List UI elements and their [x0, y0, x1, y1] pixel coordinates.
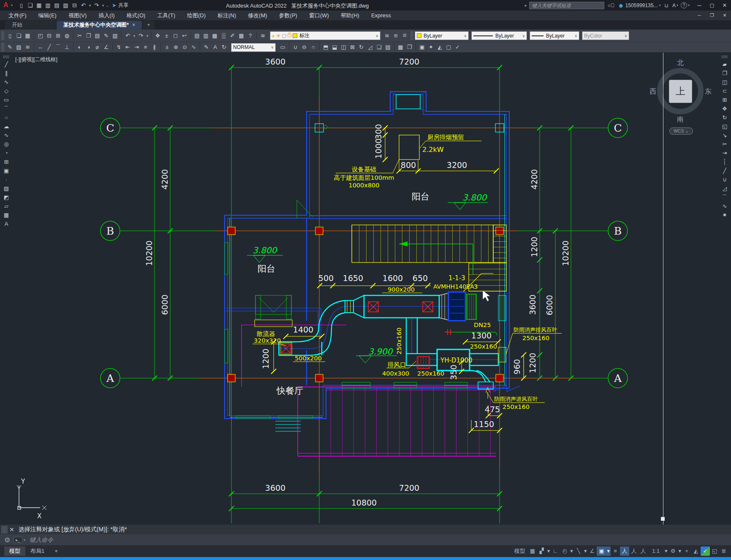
plot-preview-icon[interactable]: ◰ — [36, 31, 45, 41]
toolbar-grip[interactable] — [1, 32, 4, 40]
tab-new-button[interactable]: + — [143, 21, 154, 30]
tab-drawing[interactable]: 某技术服务中心中央空调图*× — [57, 21, 142, 30]
tool-palettes-icon[interactable]: ▩ — [210, 31, 219, 41]
model-tab[interactable]: 模型 — [4, 546, 25, 556]
solid-intersect-icon[interactable]: ∩ — [309, 43, 318, 52]
layer-caret-icon[interactable]: ∨ — [373, 34, 378, 38]
layout1-tab[interactable]: 布局1 — [25, 546, 49, 556]
layer-freeze-vp-icon[interactable]: ▢ — [282, 33, 286, 38]
dim-text-edit-icon[interactable]: A — [211, 43, 220, 52]
clean-screen-icon[interactable]: ◱ — [710, 546, 719, 556]
dim-continue-icon[interactable]: ⇥ — [132, 43, 141, 52]
account-name[interactable]: 1505999135... — [625, 3, 658, 8]
dim-style-control-icon[interactable]: ▭ — [278, 43, 287, 52]
ortho-mode-icon[interactable]: ∟ — [551, 546, 560, 556]
annotation-flyout-icon[interactable]: 人 — [639, 546, 648, 556]
match-properties-icon[interactable]: ✎ — [102, 31, 111, 41]
dim-update-icon[interactable]: ↻ — [220, 43, 228, 52]
save-file-icon[interactable]: ▦ — [23, 31, 32, 41]
drawing-canvas[interactable]: [-][俯视][二维线框] ╱∥∿◇▭⌒○☁∿◎◔⊞▣∙▨◩▱▦A ▰❐◫⊂⊞✥… — [0, 53, 731, 525]
menu-file[interactable]: 文件(F) — [3, 11, 33, 20]
annotation-visibility-icon[interactable]: 人 — [620, 546, 629, 556]
autodesk-app-icon[interactable]: A — [672, 3, 676, 8]
cad-drawing[interactable]: C B A C B A — [0, 53, 731, 525]
menu-dimension[interactable]: 标注(N) — [212, 11, 242, 20]
account-caret-icon[interactable]: ▾ — [659, 3, 661, 7]
undo-caret-icon[interactable]: ▾ — [132, 31, 136, 41]
toolbar-grip[interactable] — [410, 32, 413, 40]
dim-edit-icon[interactable]: ✎ — [202, 43, 211, 52]
share-icon[interactable]: ➤ — [112, 2, 117, 8]
annotation-scale-icon[interactable]: 1:1 — [648, 546, 664, 556]
text-style-icon[interactable]: ▨ — [14, 43, 23, 52]
layer-states-icon[interactable]: ≋ — [23, 43, 32, 52]
layer-on-icon[interactable]: ● — [272, 33, 275, 38]
workspace-settings-caret-icon[interactable]: ▾ — [677, 546, 682, 556]
sheet-set-manager-icon[interactable]: ▒ — [219, 31, 228, 41]
dim-baseline-icon[interactable]: ⇤ — [123, 43, 132, 52]
menu-view[interactable]: 视图(V) — [63, 11, 92, 20]
menu-edit[interactable]: 编辑(E) — [33, 11, 63, 20]
polar-tracking-icon[interactable]: ◴ — [560, 546, 569, 556]
menu-format[interactable]: 格式(O) — [121, 11, 152, 20]
search-collapse-icon[interactable]: ▸ — [525, 3, 527, 8]
isometric-drafting-caret-icon[interactable]: ▾ — [583, 546, 588, 556]
clean-icon[interactable]: ✦ — [427, 43, 435, 52]
help-icon[interactable]: ? — [681, 2, 687, 8]
zoom-realtime-icon[interactable]: ± — [162, 31, 171, 41]
pan-realtime-icon[interactable]: ✥ — [153, 31, 162, 41]
undo-icon[interactable]: ↶ — [123, 31, 132, 41]
close-button[interactable]: ✕ — [718, 2, 731, 8]
layer-make-current-icon[interactable]: ≋ — [383, 31, 391, 41]
solid-union-icon[interactable]: ∪ — [291, 43, 300, 52]
3d-dwf-icon[interactable]: ◍ — [63, 31, 71, 41]
copy-clipboard-icon[interactable]: ❐ — [84, 31, 93, 41]
command-grip[interactable] — [2, 526, 8, 533]
polar-tracking-caret-icon[interactable]: ▾ — [569, 546, 574, 556]
zoom-window-icon[interactable]: ◻ — [171, 31, 180, 41]
save-as-icon[interactable]: ▥ — [43, 1, 52, 10]
grid-display-icon[interactable]: ▦ — [528, 546, 537, 556]
center-mark-icon[interactable]: ⊕ — [171, 43, 180, 52]
divider-handle[interactable] — [661, 517, 665, 521]
layer-match-icon[interactable]: ≌ — [391, 31, 400, 41]
model-space-toggle-icon[interactable]: 模型 — [512, 546, 528, 556]
properties-palette-icon[interactable]: ▤ — [193, 31, 201, 41]
tolerance-icon[interactable]: ± — [163, 43, 171, 52]
zoom-previous-icon[interactable]: ↩ — [180, 31, 189, 41]
doc-minimize-button[interactable]: ─ — [693, 13, 706, 18]
menu-help[interactable]: 帮助(H) — [335, 11, 365, 20]
menu-modify[interactable]: 修改(M) — [242, 11, 273, 20]
search-input[interactable]: 键入关键字或短语 — [529, 2, 604, 9]
color-caret-icon[interactable]: ∨ — [462, 34, 467, 38]
dimstyle-control-dropdown[interactable]: NORMAL ∨ — [231, 43, 276, 52]
dim-space-icon[interactable]: ≡ — [141, 43, 150, 52]
dim-linear-icon[interactable]: ↔ — [36, 43, 45, 52]
app-store-cart-icon[interactable]: ⊔ — [665, 3, 668, 8]
object-snap-caret-icon[interactable]: ▾ — [606, 546, 611, 556]
redo-icon[interactable]: ↷ — [92, 1, 101, 10]
doc-close-button[interactable]: ✕ — [718, 13, 731, 18]
dim-inspect-icon[interactable]: ⊙ — [180, 43, 189, 52]
dim-jogged-icon[interactable]: ◑ — [84, 43, 93, 52]
imprint-icon[interactable]: ▣ — [418, 43, 427, 52]
save-file-icon[interactable]: ▦ — [35, 1, 43, 10]
linetype-caret-icon[interactable]: ∨ — [520, 34, 525, 38]
dim-angular-icon[interactable]: ∠ — [102, 43, 111, 52]
plot-icon[interactable]: ⊟ — [45, 31, 54, 41]
linetype-control-dropdown[interactable]: ByLayer ∨ — [471, 31, 527, 40]
menu-window[interactable]: 窗口(W) — [303, 11, 335, 20]
dim-jog-line-icon[interactable]: ∿ — [189, 43, 198, 52]
object-snap-icon[interactable]: ▣ — [597, 546, 606, 556]
menu-insert[interactable]: 插入(I) — [92, 11, 120, 20]
share-button[interactable]: 共享 — [118, 2, 128, 9]
open-file-icon[interactable]: ❏ — [14, 31, 23, 41]
open-file-icon[interactable]: ❏ — [26, 1, 35, 10]
viewcube-west[interactable]: 西 — [649, 87, 656, 96]
add-layout-button[interactable]: + — [49, 546, 63, 556]
customization-menu-icon[interactable]: ≣ — [719, 546, 728, 556]
dim-break-icon[interactable]: ∦ — [150, 43, 159, 52]
layer-previous-icon[interactable]: ≝ — [400, 31, 409, 41]
new-file-icon[interactable]: ▯ — [5, 31, 14, 41]
wcs-dropdown[interactable]: WCS ⌄ — [669, 127, 693, 135]
